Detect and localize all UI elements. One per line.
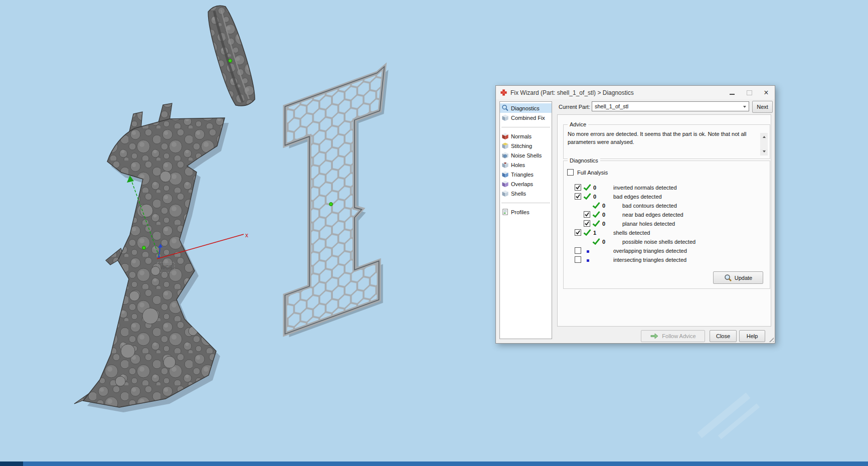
diagnostic-row-bad-edges: 0 bad edges detected [564, 192, 770, 201]
scroll-down-icon[interactable] [760, 149, 768, 156]
x-axis-label: x [245, 232, 248, 239]
sidebar-item-combined-fix[interactable]: Combined Fix [500, 113, 552, 122]
diagnostic-count: 0 [602, 221, 605, 227]
help-button[interactable]: Help [739, 330, 765, 342]
diagnostic-checkbox[interactable] [575, 229, 581, 236]
cube-hole-icon [501, 161, 509, 169]
full-analysis-checkbox[interactable] [567, 169, 574, 176]
check-ok-icon [592, 211, 600, 218]
page-icon [501, 208, 509, 216]
sidebar-item-label: Diagnostics [511, 105, 540, 111]
blue-dot-icon [587, 259, 589, 262]
blue-dot-icon [587, 250, 589, 253]
diagnostic-count: 0 [602, 239, 605, 245]
follow-advice-button[interactable]: Follow Advice [641, 330, 705, 342]
close-dialog-button[interactable]: Close [710, 330, 737, 342]
taskbar[interactable] [0, 461, 868, 466]
sidebar-item-triangles[interactable]: Triangles [500, 170, 552, 179]
diagnostic-row-shells: 1 shells detected [564, 228, 770, 237]
diagnostic-label: overlapping triangles detected [613, 248, 687, 254]
sidebar-item-label: Overlaps [511, 181, 533, 187]
diagnostic-checkbox[interactable] [584, 220, 590, 227]
close-button[interactable]: × [758, 86, 775, 99]
sidebar-item-stitching[interactable]: Stitching [500, 141, 552, 150]
check-ok-icon [592, 202, 600, 209]
diagnostic-count: 1 [593, 230, 596, 236]
dialog-titlebar[interactable]: Fix Wizard (Part: shell_1_of_stl) > Diag… [496, 86, 775, 99]
next-button[interactable]: Next [752, 101, 773, 113]
fix-wizard-app-icon [500, 89, 507, 96]
diagnostic-count: 0 [602, 212, 605, 218]
diagnostic-label: intersecting triangles detected [613, 257, 686, 263]
maximize-button[interactable] [741, 86, 758, 99]
advice-groupbox: Advice No more errors are detected. It s… [563, 124, 770, 159]
advice-group-title: Advice [568, 121, 588, 127]
diagnostic-label: planar holes detected [622, 221, 675, 227]
part-sliver[interactable] [203, 2, 259, 109]
diagnostic-row-possible-noise-shells: 0 possible noise shells detected [564, 237, 770, 246]
cube-icon [501, 132, 509, 140]
check-ok-icon [583, 184, 591, 191]
diagnostic-checkbox[interactable] [575, 256, 581, 263]
resize-grip[interactable] [767, 336, 774, 342]
diagnostic-count: 0 [593, 185, 596, 191]
diagnostic-checkbox[interactable] [575, 184, 581, 191]
minimize-button[interactable] [724, 86, 741, 99]
magnifier-icon [724, 274, 732, 282]
chevron-down-icon[interactable] [740, 102, 749, 111]
follow-advice-label: Follow Advice [662, 333, 696, 339]
diagnostic-label: shells detected [613, 230, 650, 236]
diagnostic-row-overlapping-triangles: overlapping triangles detected [564, 246, 770, 255]
diagnostic-label: possible noise shells detected [622, 239, 696, 245]
sidebar-item-profiles[interactable]: Profiles [500, 207, 552, 217]
wizard-sidebar: Diagnostics Combined Fix Normals Stitchi [499, 101, 552, 339]
wcs-label: WCS [160, 265, 172, 270]
diagnostic-label: inverted normals detected [613, 185, 677, 191]
diagnostic-row-planar-holes: 0 planar holes detected [564, 219, 770, 228]
sidebar-item-shells[interactable]: Shells [500, 189, 552, 198]
diagnostics-rows: 0 inverted normals detected 0 bad edges … [564, 183, 770, 264]
cube-icon [501, 190, 509, 197]
check-ok-icon [592, 238, 600, 245]
diagnostic-checkbox[interactable] [575, 193, 581, 200]
sidebar-separator [501, 203, 550, 203]
sidebar-item-label: Combined Fix [511, 115, 545, 121]
update-button[interactable]: Update [713, 271, 763, 284]
sidebar-item-normals[interactable]: Normals [500, 131, 552, 141]
diagnostic-row-bad-contours: 0 bad contours detected [564, 201, 770, 210]
sidebar-item-label: Shells [511, 191, 526, 197]
diagnostic-label: bad edges detected [613, 194, 662, 200]
diagnostic-checkbox[interactable] [584, 211, 590, 218]
dialog-title: Fix Wizard (Part: shell_1_of_stl) > Diag… [510, 89, 634, 96]
cube-icon [501, 142, 509, 149]
sidebar-item-holes[interactable]: Holes [500, 160, 552, 170]
sidebar-separator [501, 127, 550, 127]
taskbar-start-area[interactable] [0, 461, 23, 466]
scroll-up-icon[interactable] [760, 133, 768, 139]
sidebar-item-overlaps[interactable]: Overlaps [500, 179, 552, 189]
application-window: x WCS Fix Wizard (Part: shell_1_of_stl) … [0, 0, 868, 466]
sidebar-item-diagnostics[interactable]: Diagnostics [500, 103, 552, 113]
magnifier-icon [501, 104, 509, 112]
sidebar-item-label: Holes [511, 162, 525, 168]
full-analysis-label: Full Analysis [577, 170, 608, 176]
current-part-value: shell_1_of_stl [595, 103, 628, 109]
diagnostic-count: 0 [593, 194, 596, 200]
diagnostics-group-title: Diagnostics [568, 158, 600, 164]
check-ok-icon [583, 229, 591, 236]
fix-wizard-dialog: Fix Wizard (Part: shell_1_of_stl) > Diag… [495, 85, 775, 344]
check-ok-icon [583, 193, 591, 200]
wizard-main-panel: Advice No more errors are detected. It s… [557, 114, 771, 327]
diagnostic-row-near-bad-edges: 0 near bad edges detected [564, 210, 770, 219]
current-part-combobox[interactable]: shell_1_of_stl [592, 101, 749, 111]
current-part-label: Current Part: [559, 104, 590, 110]
advice-scrollbar[interactable] [760, 133, 768, 156]
update-label: Update [735, 275, 752, 281]
sidebar-item-label: Profiles [511, 209, 530, 215]
viewport-watermark [700, 395, 758, 437]
diagnostic-checkbox[interactable] [575, 247, 581, 254]
sidebar-item-label: Stitching [511, 143, 532, 149]
part-shell-mesh[interactable] [74, 103, 229, 412]
part-hex-plate[interactable] [273, 49, 395, 355]
sidebar-item-noise-shells[interactable]: Noise Shells [500, 150, 552, 160]
